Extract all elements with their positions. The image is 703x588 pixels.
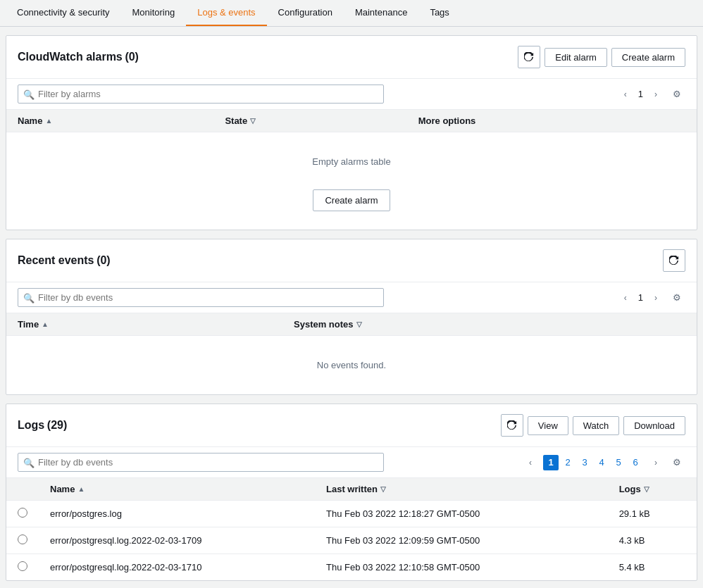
log-row: error/postgresql.log.2022-02-03-1709 Thu… bbox=[6, 527, 697, 554]
log-row: error/postgresql.log.2022-02-03-1710 Thu… bbox=[6, 554, 697, 581]
logs-section: Logs (29) View Watch Download 🔍 ‹ 1 2 3 bbox=[6, 404, 697, 581]
cloudwatch-search-bar: 🔍 ‹ 1 › ⚙ bbox=[6, 79, 697, 109]
log-row: error/postgres.log Thu Feb 03 2022 12:18… bbox=[6, 501, 697, 527]
recent-events-prev-page[interactable]: ‹ bbox=[617, 289, 634, 306]
cloudwatch-col-state[interactable]: State ▽ bbox=[213, 110, 406, 132]
logs-pagination: ‹ 1 2 3 4 5 6 › ⚙ bbox=[522, 454, 685, 471]
log-radio-cell bbox=[6, 501, 39, 527]
logs-page-2[interactable]: 2 bbox=[560, 455, 576, 470]
cloudwatch-pagination: ‹ 1 › ⚙ bbox=[617, 86, 685, 103]
cloudwatch-page-num: 1 bbox=[638, 89, 643, 99]
events-col-notes[interactable]: System notes ▽ bbox=[282, 313, 697, 336]
log-select-radio-0[interactable] bbox=[18, 508, 27, 518]
tab-connectivity[interactable]: Connectivity & security bbox=[6, 0, 121, 26]
edit-alarm-button[interactable]: Edit alarm bbox=[545, 48, 607, 67]
logs-search-input[interactable] bbox=[18, 453, 384, 472]
recent-events-search-icon: 🔍 bbox=[23, 292, 35, 303]
cloudwatch-actions: Edit alarm Create alarm bbox=[518, 46, 685, 68]
tab-configuration[interactable]: Configuration bbox=[267, 0, 344, 26]
tab-maintenance[interactable]: Maintenance bbox=[344, 0, 418, 26]
tab-logs-events[interactable]: Logs & events bbox=[186, 0, 266, 26]
log-written-1: Thu Feb 03 2022 12:09:59 GMT-0500 bbox=[315, 527, 608, 554]
recent-events-title-wrap: Recent events (0) bbox=[18, 254, 111, 267]
recent-events-next-page[interactable]: › bbox=[647, 289, 664, 306]
recent-events-search-bar: 🔍 ‹ 1 › ⚙ bbox=[6, 282, 697, 313]
events-col-time[interactable]: Time ▲ bbox=[6, 313, 282, 336]
logs-actions: View Watch Download bbox=[501, 414, 685, 437]
logs-col-name[interactable]: Name ▲ bbox=[39, 478, 315, 501]
cloudwatch-col-more: More options bbox=[407, 110, 697, 132]
notes-sort-icon: ▽ bbox=[356, 320, 362, 328]
log-written-2: Thu Feb 03 2022 12:10:58 GMT-0500 bbox=[315, 554, 608, 581]
recent-events-search-input[interactable] bbox=[18, 288, 384, 307]
log-radio-cell bbox=[6, 527, 39, 554]
cloudwatch-search-icon: 🔍 bbox=[23, 89, 35, 99]
cloudwatch-section: CloudWatch alarms (0) Edit alarm Create … bbox=[6, 35, 697, 230]
recent-events-page-num: 1 bbox=[638, 292, 643, 303]
logs-page-6[interactable]: 6 bbox=[628, 455, 643, 470]
cloudwatch-search-wrap: 🔍 bbox=[18, 85, 384, 104]
logs-search-icon: 🔍 bbox=[23, 457, 35, 468]
logs-header: Logs (29) View Watch Download bbox=[6, 404, 697, 447]
view-button[interactable]: View bbox=[528, 416, 568, 435]
logs-settings-button[interactable]: ⚙ bbox=[668, 454, 685, 471]
logs-next-page[interactable]: › bbox=[647, 454, 664, 471]
tab-monitoring[interactable]: Monitoring bbox=[121, 0, 187, 26]
tab-bar: Connectivity & security Monitoring Logs … bbox=[0, 0, 703, 27]
log-name-1: error/postgresql.log.2022-02-03-1709 bbox=[39, 527, 315, 554]
log-select-radio-2[interactable] bbox=[18, 561, 27, 571]
refresh-icon bbox=[524, 52, 534, 62]
cloudwatch-title: CloudWatch alarms (0) bbox=[18, 51, 139, 63]
logs-col-logs[interactable]: Logs ▽ bbox=[608, 478, 697, 501]
log-radio-cell bbox=[6, 554, 39, 581]
logs-written-sort-icon: ▽ bbox=[380, 485, 386, 493]
logs-col-select bbox=[6, 478, 39, 501]
logs-title-wrap: Logs (29) bbox=[18, 419, 67, 432]
logs-table: Name ▲ Last written ▽ Logs ▽ bbox=[6, 477, 697, 580]
refresh-icon-3 bbox=[507, 420, 517, 430]
log-select-radio-1[interactable] bbox=[18, 534, 27, 544]
logs-name-sort-icon: ▲ bbox=[77, 485, 85, 493]
logs-search-wrap: 🔍 bbox=[18, 453, 384, 472]
logs-page-nums: 1 2 3 4 5 6 bbox=[543, 455, 643, 470]
create-alarm-button[interactable]: Create alarm bbox=[611, 48, 685, 67]
cloudwatch-next-page[interactable]: › bbox=[647, 86, 664, 103]
cloudwatch-search-input[interactable] bbox=[18, 85, 384, 104]
recent-events-section: Recent events (0) 🔍 ‹ 1 › ⚙ bbox=[6, 239, 697, 395]
logs-page-1[interactable]: 1 bbox=[543, 455, 559, 470]
recent-events-table: Time ▲ System notes ▽ No events found. bbox=[6, 313, 697, 394]
logs-page-3[interactable]: 3 bbox=[577, 455, 592, 470]
refresh-icon-2 bbox=[669, 256, 679, 265]
logs-col-last-written[interactable]: Last written ▽ bbox=[315, 478, 608, 501]
recent-events-actions bbox=[663, 249, 685, 272]
log-size-0: 29.1 kB bbox=[608, 501, 697, 527]
name-sort-icon: ▲ bbox=[45, 117, 52, 125]
logs-page-4[interactable]: 4 bbox=[594, 455, 609, 470]
download-button[interactable]: Download bbox=[623, 416, 685, 435]
recent-events-refresh-button[interactable] bbox=[663, 249, 685, 272]
logs-prev-page[interactable]: ‹ bbox=[522, 454, 539, 471]
log-written-0: Thu Feb 03 2022 12:18:27 GMT-0500 bbox=[315, 501, 608, 527]
watch-button[interactable]: Watch bbox=[573, 416, 619, 435]
recent-events-empty-msg: No events found. bbox=[18, 343, 685, 387]
logs-search-bar: 🔍 ‹ 1 2 3 4 5 6 › ⚙ bbox=[6, 447, 697, 477]
recent-events-settings-button[interactable]: ⚙ bbox=[668, 289, 685, 306]
cloudwatch-table: Name ▲ State ▽ More options Empty bbox=[6, 109, 697, 230]
logs-refresh-button[interactable] bbox=[501, 414, 523, 437]
cloudwatch-empty-msg: Empty alarms table bbox=[18, 139, 685, 184]
cloudwatch-refresh-button[interactable] bbox=[518, 46, 540, 68]
cloudwatch-prev-page[interactable]: ‹ bbox=[617, 86, 634, 103]
tab-tags[interactable]: Tags bbox=[418, 0, 460, 26]
logs-size-sort-icon: ▽ bbox=[644, 485, 649, 493]
log-name-2: error/postgresql.log.2022-02-03-1710 bbox=[39, 554, 315, 581]
logs-page-5[interactable]: 5 bbox=[611, 455, 626, 470]
cloudwatch-settings-button[interactable]: ⚙ bbox=[668, 86, 685, 103]
log-name-0: error/postgres.log bbox=[39, 501, 315, 527]
cloudwatch-col-name[interactable]: Name ▲ bbox=[6, 110, 213, 132]
create-alarm-inline-button[interactable]: Create alarm bbox=[313, 189, 390, 211]
recent-events-search-wrap: 🔍 bbox=[18, 288, 384, 307]
time-sort-icon: ▲ bbox=[42, 320, 49, 328]
cloudwatch-header: CloudWatch alarms (0) Edit alarm Create … bbox=[6, 36, 697, 79]
log-size-2: 5.4 kB bbox=[608, 554, 697, 581]
state-sort-icon: ▽ bbox=[250, 117, 256, 125]
